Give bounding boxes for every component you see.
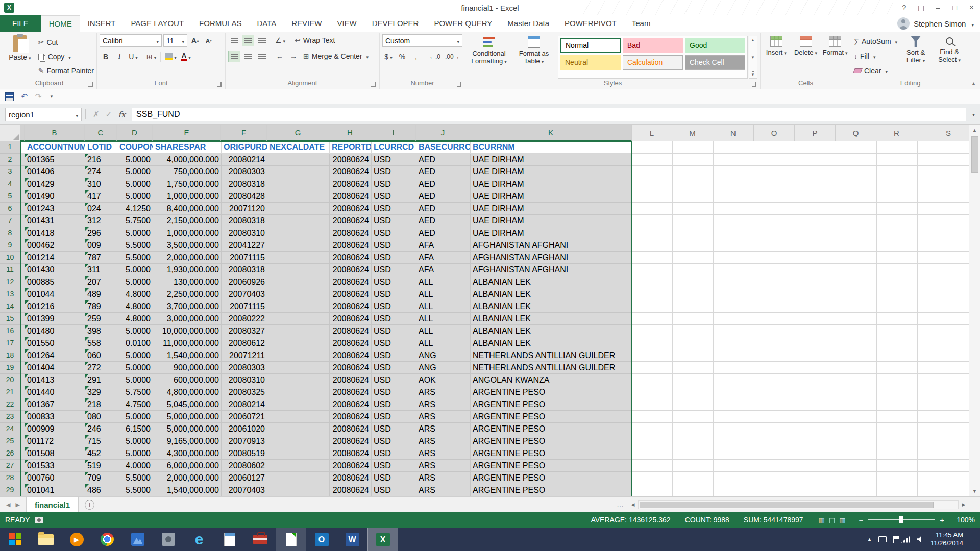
cell-I12[interactable]: USD	[372, 276, 416, 288]
cell-N19[interactable]	[714, 362, 754, 374]
cell-J7[interactable]: AED	[416, 215, 471, 227]
column-header-J[interactable]: J	[416, 125, 470, 141]
cell-J13[interactable]: ALL	[416, 288, 471, 300]
cell-N21[interactable]	[714, 386, 754, 398]
cell-K21[interactable]: ARGENTINE PESO	[471, 386, 632, 398]
scroll-right-arrow[interactable]: ▶	[959, 502, 969, 507]
horizontal-scroll-thumb[interactable]	[640, 502, 934, 508]
zoom-slider[interactable]	[868, 519, 935, 520]
fill-button[interactable]: ↓ Fill	[854, 50, 897, 62]
cell-I18[interactable]: USD	[372, 349, 416, 362]
cell-R11[interactable]	[877, 264, 918, 276]
cell-G4[interactable]	[267, 178, 330, 190]
cell-N25[interactable]	[714, 435, 754, 447]
cell-H14[interactable]: 20080624	[330, 300, 372, 313]
cell-A28[interactable]	[20, 472, 25, 484]
cell-K25[interactable]: ARGENTINE PESO	[471, 435, 632, 447]
cell-E9[interactable]: 3,500,000.000	[153, 239, 222, 252]
column-header-E[interactable]: E	[153, 125, 221, 141]
cell-H3[interactable]: 20080624	[330, 166, 372, 178]
cell-I15[interactable]: USD	[372, 313, 416, 325]
cell-O26[interactable]	[754, 447, 795, 460]
cell-P24[interactable]	[795, 423, 836, 435]
cell-Q9[interactable]	[836, 239, 877, 252]
undo-button[interactable]: ↶	[21, 92, 28, 102]
ribbon-tab-powerpivot[interactable]: POWERPIVOT	[557, 15, 624, 32]
horizontal-scrollbar[interactable]: ◀ ▶	[628, 497, 980, 512]
cell-C13[interactable]: 489	[85, 288, 117, 300]
cell-N8[interactable]	[714, 227, 754, 239]
cell-A2[interactable]	[20, 154, 25, 166]
cell-G3[interactable]	[267, 166, 330, 178]
cell-J23[interactable]: ARS	[416, 411, 471, 423]
name-box[interactable]: region1	[5, 108, 82, 121]
ribbon-tab-data[interactable]: DATA	[249, 15, 284, 32]
cell-H11[interactable]: 20080624	[330, 264, 372, 276]
cell-N22[interactable]	[714, 398, 754, 411]
cell-D26[interactable]: 5.0000	[117, 447, 153, 460]
cell-L8[interactable]	[632, 227, 673, 239]
display-tray-icon[interactable]	[878, 536, 887, 542]
cell-C5[interactable]: 417	[85, 190, 117, 203]
cell-L9[interactable]	[632, 239, 673, 252]
taskbar-word[interactable]: W	[337, 528, 368, 551]
cell-O15[interactable]	[754, 313, 795, 325]
cell-N9[interactable]	[714, 239, 754, 252]
gallery-up-button[interactable]: ▴	[752, 37, 754, 42]
cell-P4[interactable]	[795, 178, 836, 190]
cell-F26[interactable]: 20080519	[222, 447, 267, 460]
cell-L29[interactable]	[632, 484, 673, 496]
cell-M24[interactable]	[673, 423, 714, 435]
taskbar-excel[interactable]: X	[368, 528, 398, 551]
cell-R22[interactable]	[877, 398, 918, 411]
taskbar-file-explorer[interactable]	[31, 528, 61, 551]
cell-J24[interactable]: ARS	[416, 423, 471, 435]
cell-I17[interactable]: USD	[372, 337, 416, 349]
scroll-up-arrow[interactable]: ▲	[972, 125, 977, 135]
cell-J1[interactable]: BASECURRCD	[416, 141, 471, 154]
cell-J16[interactable]: ALL	[416, 325, 471, 337]
cell-D27[interactable]: 4.0000	[117, 460, 153, 472]
cell-G28[interactable]	[267, 472, 330, 484]
cell-P10[interactable]	[795, 252, 836, 264]
cell-J5[interactable]: AED	[416, 190, 471, 203]
row-header-26[interactable]: 26	[0, 447, 20, 460]
cell-I21[interactable]: USD	[372, 386, 416, 398]
cell-N27[interactable]	[714, 460, 754, 472]
cell-D14[interactable]: 4.8000	[117, 300, 153, 313]
cell-J18[interactable]: ANG	[416, 349, 471, 362]
cell-K22[interactable]: ARGENTINE PESO	[471, 398, 632, 411]
cell-P8[interactable]	[795, 227, 836, 239]
cell-J25[interactable]: ARS	[416, 435, 471, 447]
row-header-13[interactable]: 13	[0, 288, 20, 300]
cell-G8[interactable]	[267, 227, 330, 239]
cell-K24[interactable]: ARGENTINE PESO	[471, 423, 632, 435]
cell-K13[interactable]: ALBANIAN LEK	[471, 288, 632, 300]
cell-F22[interactable]: 20080214	[222, 398, 267, 411]
cell-A19[interactable]	[20, 362, 25, 374]
align-bottom-button[interactable]	[256, 35, 268, 46]
underline-button[interactable]: U	[127, 51, 139, 62]
row-header-21[interactable]: 21	[0, 386, 20, 398]
cell-style-good[interactable]: Good	[685, 38, 745, 53]
row-header-16[interactable]: 16	[0, 325, 20, 337]
customize-qat-button[interactable]	[49, 94, 53, 99]
cell-F12[interactable]: 20060926	[222, 276, 267, 288]
column-header-M[interactable]: M	[672, 125, 713, 141]
cell-P6[interactable]	[795, 203, 836, 215]
cell-J8[interactable]: AED	[416, 227, 471, 239]
cell-G12[interactable]	[267, 276, 330, 288]
cell-B2[interactable]: 001365	[25, 154, 85, 166]
cell-M17[interactable]	[673, 337, 714, 349]
cell-F6[interactable]: 20071120	[222, 203, 267, 215]
cell-G26[interactable]	[267, 447, 330, 460]
cell-R4[interactable]	[877, 178, 918, 190]
cell-L25[interactable]	[632, 435, 673, 447]
cell-F18[interactable]: 20071211	[222, 349, 267, 362]
cell-N26[interactable]	[714, 447, 754, 460]
cell-D7[interactable]: 5.7500	[117, 215, 153, 227]
cell-F5[interactable]: 20080428	[222, 190, 267, 203]
cell-K17[interactable]: ALBANIAN LEK	[471, 337, 632, 349]
cell-O16[interactable]	[754, 325, 795, 337]
cell-B20[interactable]: 001413	[25, 374, 85, 386]
